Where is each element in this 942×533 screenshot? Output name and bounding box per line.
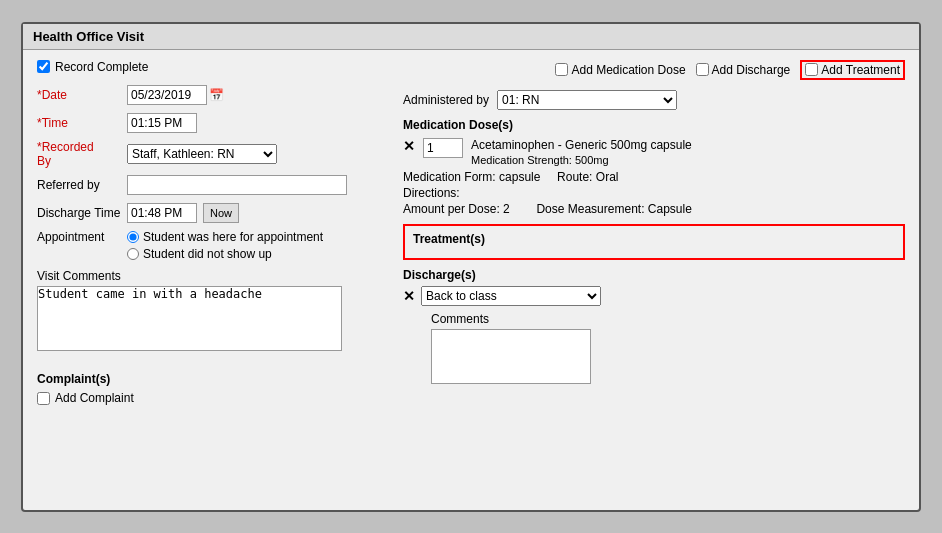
med-strength: Medication Strength: 500mg [471,154,692,166]
calendar-icon[interactable]: 📅 [209,88,224,102]
date-label: *Date [37,88,127,102]
add-complaint-checkbox[interactable] [37,392,50,405]
dose-measurement-value: Capsule [648,202,692,216]
right-panel: Add Medication Dose Add Discharge Add Tr… [403,60,905,406]
discharge-time-group: Now [127,203,239,223]
visit-comments-textarea[interactable]: Student came in with a headache [37,286,342,351]
med-route-label: Route: [557,170,592,184]
med-form-value: capsule [499,170,540,184]
window-title: Health Office Visit [33,29,144,44]
title-bar: Health Office Visit [23,24,919,50]
appointment-label: Appointment [37,230,127,244]
treatments-title: Treatment(s) [413,232,485,246]
discharge-time-input[interactable] [127,203,197,223]
date-row: *Date 📅 [37,84,387,106]
referred-by-row: Referred by [37,174,387,196]
time-row: *Time [37,112,387,134]
record-complete-row: Record Complete [37,60,387,74]
add-medication-dose-checkbox[interactable] [555,63,568,76]
appointment-option1-label: Student was here for appointment [143,230,323,244]
complaints-section: Complaint(s) Add Complaint [37,372,387,405]
time-input[interactable] [127,113,197,133]
med-dose-row: ✕ Acetaminophen - Generic 500mg capsule … [403,138,905,166]
discharge-time-label: Discharge Time [37,206,127,220]
appointment-radio-1[interactable] [127,231,139,243]
comments-textarea[interactable] [431,329,591,384]
directions-label: Directions: [403,186,460,200]
add-treatment-option[interactable]: Add Treatment [800,60,905,80]
appointment-row: Appointment Student was here for appoint… [37,230,387,263]
appointment-option1-row: Student was here for appointment [127,230,323,244]
time-label: *Time [37,116,127,130]
visit-comments-section: Visit Comments Student came in with a he… [37,269,387,354]
add-treatment-checkbox[interactable] [805,63,818,76]
discharge-select[interactable]: Back to class [421,286,601,306]
referred-by-label: Referred by [37,178,127,192]
add-discharge-checkbox[interactable] [696,63,709,76]
comments-label: Comments [431,312,905,326]
now-button[interactable]: Now [203,203,239,223]
health-office-visit-window: Health Office Visit Record Complete *Dat… [21,22,921,512]
amount-per-dose-value: 2 [503,202,510,216]
remove-discharge-btn[interactable]: ✕ [403,289,415,303]
medication-dose-title: Medication Dose(s) [403,118,905,132]
appointment-option2-row: Student did not show up [127,247,323,261]
administered-by-select[interactable]: 01: RN [497,90,677,110]
appointment-option2-label: Student did not show up [143,247,272,261]
right-top-actions: Add Medication Dose Add Discharge Add Tr… [403,60,905,80]
record-complete-label: Record Complete [55,60,148,74]
appointment-radio-2[interactable] [127,248,139,260]
remove-med-dose-btn[interactable]: ✕ [403,139,415,153]
recorded-by-label: *RecordedBy [37,140,127,169]
med-route-value: Oral [596,170,619,184]
amount-dose-row: Amount per Dose: 2 Dose Measurement: Cap… [403,202,905,216]
record-complete-checkbox[interactable] [37,60,50,73]
treatments-section: Treatment(s) [403,224,905,260]
discharge-section-title: Discharge(s) [403,268,905,282]
referred-by-input[interactable] [127,175,347,195]
recorded-by-row: *RecordedBy Staff, Kathleen: RN [37,140,387,169]
administered-by-row: Administered by 01: RN [403,90,905,110]
administered-by-label: Administered by [403,93,489,107]
left-panel: Record Complete *Date 📅 *Time *RecordedB… [37,60,387,406]
med-name: Acetaminophen - Generic 500mg capsule [471,138,692,152]
add-discharge-option[interactable]: Add Discharge [696,63,791,77]
add-discharge-label: Add Discharge [712,63,791,77]
amount-per-dose-label: Amount per Dose: [403,202,500,216]
add-medication-dose-label: Add Medication Dose [571,63,685,77]
dose-measurement-label: Dose Measurement: [536,202,644,216]
complaints-title: Complaint(s) [37,372,387,386]
visit-comments-label: Visit Comments [37,269,387,283]
add-complaint-row: Add Complaint [37,391,387,405]
med-info: Acetaminophen - Generic 500mg capsule Me… [471,138,692,166]
directions-row: Directions: [403,186,905,200]
add-medication-dose-option[interactable]: Add Medication Dose [555,63,685,77]
discharge-row: ✕ Back to class [403,286,905,306]
quantity-input[interactable] [423,138,463,158]
med-form-route-row: Medication Form: capsule Route: Oral [403,170,905,184]
appointment-options: Student was here for appointment Student… [127,230,323,263]
add-treatment-label: Add Treatment [821,63,900,77]
recorded-by-select[interactable]: Staff, Kathleen: RN [127,144,277,164]
med-form-label: Medication Form: [403,170,496,184]
discharge-time-row: Discharge Time Now [37,202,387,224]
add-complaint-label: Add Complaint [55,391,134,405]
date-input[interactable] [127,85,207,105]
